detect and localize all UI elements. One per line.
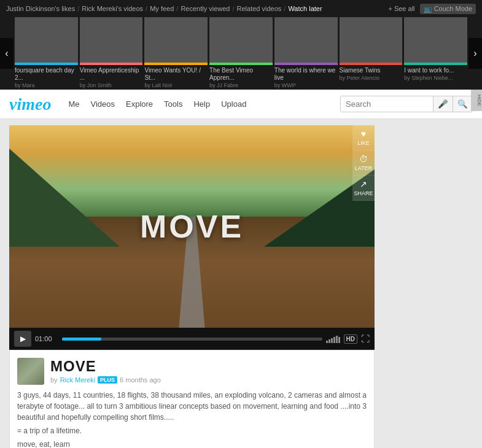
watch-later-button[interactable]: ⏱ LATER — [352, 150, 375, 176]
breadcrumb-videos[interactable]: Rick Mereki's videos — [82, 5, 143, 12]
info-header: MOVE by Rick Mereki PLUS 6 months ago — [17, 358, 367, 385]
thumb-by-1: by Mara — [15, 82, 78, 88]
see-all-link[interactable]: + See all — [388, 5, 414, 12]
thumb-title-1: foursquare beach day 2... — [15, 67, 78, 82]
fullscreen-button[interactable]: ⛶ — [361, 334, 370, 344]
side-panel-label: HIDE — [476, 95, 482, 106]
thumb-img-6 — [340, 17, 403, 63]
thumb-item-4[interactable]: The Best Vimeo Appren... by JJ Fabre — [209, 17, 273, 90]
mountain-left — [9, 149, 120, 247]
volume-indicator — [326, 334, 340, 343]
thumb-item-3[interactable]: Vimeo Wants YOU! / St... by Lait Noir — [144, 17, 208, 90]
top-bar-actions: + See all 📺 Couch Mode — [388, 4, 476, 14]
vol-bar-6 — [338, 337, 340, 343]
thumb-img-1 — [15, 17, 78, 63]
thumb-item-2[interactable]: Vimeo Apprenticeship ... by Jon Smith — [80, 17, 143, 90]
thumb-item-7[interactable]: I want to work fo... by Stephen Niebe... — [404, 17, 467, 90]
share-label: SHARE — [354, 190, 373, 196]
thumb-title-6: Siamese Twins — [340, 67, 403, 74]
couch-mode-button[interactable]: 📺 Couch Mode — [420, 4, 476, 14]
play-button[interactable]: ▶ — [14, 331, 31, 347]
thumb-title-2: Vimeo Apprenticeship ... — [80, 67, 143, 82]
thumb-title-3: Vimeo Wants YOU! / St... — [144, 67, 208, 82]
thumb-by-4: by JJ Fabre — [209, 82, 273, 88]
thumb-item-1[interactable]: foursquare beach day 2... by Mara — [15, 17, 78, 90]
avatar — [17, 358, 44, 385]
left-column: MOVE ♥ LIKE ⏱ LATER ↗ SHARE — [9, 125, 375, 448]
thumb-by-2: by Jon Smith — [80, 82, 143, 88]
video-area[interactable]: MOVE ♥ LIKE ⏱ LATER ↗ SHARE — [9, 125, 375, 328]
breadcrumb-feed[interactable]: My feed — [150, 5, 174, 12]
content-layout: MOVE ♥ LIKE ⏱ LATER ↗ SHARE — [9, 125, 473, 448]
like-label: LIKE — [357, 140, 370, 146]
video-player: MOVE ♥ LIKE ⏱ LATER ↗ SHARE — [9, 125, 375, 350]
thumb-item-5[interactable]: The world is where we live by WWP — [274, 17, 338, 90]
video-description: 3 guys, 44 days, 11 countries, 18 flight… — [17, 390, 367, 448]
thumb-by-3: by Lait Noir — [144, 82, 208, 88]
main-content: MOVE ♥ LIKE ⏱ LATER ↗ SHARE — [0, 119, 482, 448]
thumb-img-4 — [209, 17, 273, 63]
top-bar: Justin Dickinson's likes / Rick Mereki's… — [0, 0, 482, 17]
thumb-color-bar-2 — [80, 63, 143, 65]
posted-time: 6 months ago — [120, 376, 161, 384]
thumb-title-4: The Best Vimeo Appren... — [209, 67, 273, 82]
search-input[interactable] — [341, 97, 433, 111]
search-button[interactable]: 🔍 — [453, 96, 472, 112]
nav-upload[interactable]: Upload — [216, 97, 251, 111]
hd-badge: HD — [344, 334, 357, 344]
right-column — [381, 125, 468, 448]
nav-help[interactable]: Help — [189, 97, 215, 111]
thumb-title-7: I want to work fo... — [404, 67, 467, 74]
desc-line-3: move, eat, learn — [17, 439, 367, 448]
progress-bar[interactable] — [62, 338, 322, 341]
share-button[interactable]: ↗ SHARE — [352, 176, 375, 201]
breadcrumb-likes[interactable]: Justin Dickinson's likes — [6, 5, 75, 12]
video-title-overlay: MOVE — [140, 208, 244, 245]
header: vimeo Me Videos Explore Tools Help Uploa… — [0, 90, 482, 119]
nav-videos[interactable]: Videos — [85, 97, 120, 111]
thumb-color-bar-1 — [15, 63, 78, 65]
clock-icon: ⏱ — [352, 154, 375, 164]
like-button[interactable]: ♥ LIKE — [352, 125, 375, 150]
breadcrumb-recent[interactable]: Recently viewed — [181, 5, 230, 12]
breadcrumb-related[interactable]: Related videos — [237, 5, 282, 12]
heart-icon: ♥ — [352, 129, 375, 139]
vol-bar-4 — [333, 337, 335, 343]
thumb-color-bar-4 — [209, 63, 273, 65]
mic-button[interactable]: 🎤 — [433, 96, 453, 112]
thumb-by-7: by Stephen Niebe... — [404, 75, 467, 81]
side-panel[interactable]: HIDE — [471, 90, 482, 111]
later-label: LATER — [355, 165, 372, 171]
nav-explore[interactable]: Explore — [121, 97, 158, 111]
thumbnail-strip: ‹ foursquare beach day 2... by Mara Vime… — [0, 17, 482, 90]
thumb-item-6[interactable]: Siamese Twins by Peter Atencio — [340, 17, 403, 90]
next-button[interactable]: › — [468, 38, 482, 69]
info-area: MOVE by Rick Mereki PLUS 6 months ago 3 … — [9, 350, 375, 448]
thumb-color-bar-6 — [340, 63, 403, 65]
prev-button[interactable]: ‹ — [0, 38, 14, 69]
main-nav: Me Videos Explore Tools Help Upload — [63, 97, 251, 111]
thumb-img-3 — [144, 17, 208, 63]
desc-line-2: = a trip of a lifetime. — [17, 425, 367, 436]
thumb-img-7 — [404, 17, 467, 63]
breadcrumb-sep-5: / — [284, 5, 286, 12]
search-box: 🎤 🔍 — [340, 96, 473, 112]
thumb-img-2 — [80, 17, 143, 63]
vimeo-logo: vimeo — [9, 95, 51, 114]
author-link[interactable]: Rick Mereki — [60, 376, 95, 384]
progress-fill — [62, 338, 101, 341]
nav-me[interactable]: Me — [63, 97, 84, 111]
nav-tools[interactable]: Tools — [159, 97, 187, 111]
breadcrumb: Justin Dickinson's likes / Rick Mereki's… — [6, 5, 322, 12]
breadcrumb-sep-2: / — [146, 5, 147, 12]
breadcrumb-sep-3: / — [176, 5, 178, 12]
thumb-color-bar-7 — [404, 63, 467, 65]
video-meta: by Rick Mereki PLUS 6 months ago — [50, 376, 161, 384]
player-controls: ▶ 01:00 HD ⛶ — [9, 328, 375, 350]
breadcrumb-watch-later: Watch later — [288, 5, 322, 12]
vol-bar-3 — [331, 338, 333, 343]
vol-bar-2 — [328, 339, 330, 343]
breadcrumb-sep-4: / — [232, 5, 234, 12]
share-icon: ↗ — [352, 179, 375, 189]
thumb-title-5: The world is where we live — [274, 67, 338, 82]
